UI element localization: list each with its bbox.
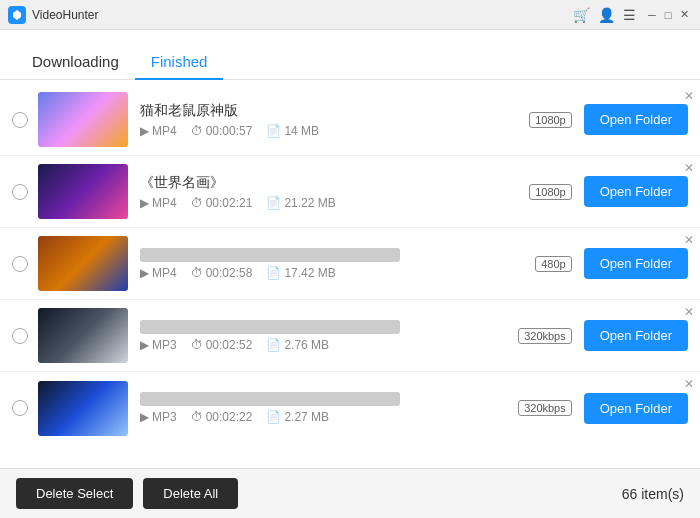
quality-badge: 320kbps <box>518 400 572 416</box>
tab-bar: Downloading Finished <box>0 30 700 80</box>
item-format: ▶ MP4 <box>140 124 177 138</box>
item-info: ▶ MP3⏱ 00:02:22📄 2.27 MB <box>140 392 518 424</box>
tab-finished[interactable]: Finished <box>135 45 224 80</box>
open-folder-button[interactable]: Open Folder <box>584 393 688 424</box>
item-radio[interactable] <box>12 400 28 416</box>
item-radio[interactable] <box>12 184 28 200</box>
item-thumbnail <box>38 92 128 147</box>
clock-icon: ⏱ <box>191 410 203 424</box>
delete-all-button[interactable]: Delete All <box>143 478 238 509</box>
item-size: 📄 2.76 MB <box>266 338 329 352</box>
item-close-icon[interactable]: ✕ <box>684 162 694 174</box>
item-size: 📄 21.22 MB <box>266 196 335 210</box>
open-folder-button[interactable]: Open Folder <box>584 320 688 351</box>
list-item: ▶ MP3⏱ 00:02:52📄 2.76 MB320kbpsOpen Fold… <box>0 300 700 372</box>
item-thumbnail <box>38 381 128 436</box>
item-size: 📄 2.27 MB <box>266 410 329 424</box>
content-area: 猫和老鼠原神版▶ MP4⏱ 00:00:57📄 14 MB1080pOpen F… <box>0 80 700 468</box>
item-info: 《世界名画》▶ MP4⏱ 00:02:21📄 21.22 MB <box>140 174 529 210</box>
format-icon: ▶ <box>140 266 149 280</box>
open-folder-button[interactable]: Open Folder <box>584 176 688 207</box>
minimize-button[interactable]: ─ <box>644 7 660 23</box>
footer: Delete Select Delete All 66 item(s) <box>0 468 700 518</box>
item-actions: 1080pOpen Folder <box>529 104 688 135</box>
item-actions: 480pOpen Folder <box>535 248 688 279</box>
item-duration: ⏱ 00:00:57 <box>191 124 253 138</box>
item-thumbnail <box>38 164 128 219</box>
item-actions: 1080pOpen Folder <box>529 176 688 207</box>
menu-icon[interactable]: ☰ <box>623 7 636 23</box>
title-bar: VideoHunter 🛒 👤 ☰ ─ □ ✕ <box>0 0 700 30</box>
item-count: 66 item(s) <box>622 486 684 502</box>
item-duration: ⏱ 00:02:58 <box>191 266 253 280</box>
quality-badge: 1080p <box>529 184 572 200</box>
item-meta: ▶ MP4⏱ 00:00:57📄 14 MB <box>140 124 529 138</box>
item-title-blurred <box>140 248 400 262</box>
item-actions: 320kbpsOpen Folder <box>518 320 688 351</box>
item-title: 《世界名画》 <box>140 174 480 192</box>
clock-icon: ⏱ <box>191 196 203 210</box>
maximize-button[interactable]: □ <box>660 7 676 23</box>
item-title: 猫和老鼠原神版 <box>140 102 480 120</box>
file-icon: 📄 <box>266 266 281 280</box>
clock-icon: ⏱ <box>191 266 203 280</box>
item-format: ▶ MP4 <box>140 196 177 210</box>
item-format: ▶ MP3 <box>140 410 177 424</box>
app-logo <box>8 6 26 24</box>
item-info: ▶ MP4⏱ 00:02:58📄 17.42 MB <box>140 248 535 280</box>
list-item: 猫和老鼠原神版▶ MP4⏱ 00:00:57📄 14 MB1080pOpen F… <box>0 84 700 156</box>
item-info: ▶ MP3⏱ 00:02:52📄 2.76 MB <box>140 320 518 352</box>
item-close-icon[interactable]: ✕ <box>684 90 694 102</box>
clock-icon: ⏱ <box>191 338 203 352</box>
item-format: ▶ MP3 <box>140 338 177 352</box>
item-close-icon[interactable]: ✕ <box>684 378 694 390</box>
item-radio[interactable] <box>12 328 28 344</box>
quality-badge: 1080p <box>529 112 572 128</box>
item-meta: ▶ MP4⏱ 00:02:58📄 17.42 MB <box>140 266 535 280</box>
item-thumbnail <box>38 308 128 363</box>
file-icon: 📄 <box>266 124 281 138</box>
item-duration: ⏱ 00:02:52 <box>191 338 253 352</box>
open-folder-button[interactable]: Open Folder <box>584 104 688 135</box>
format-icon: ▶ <box>140 338 149 352</box>
item-title-blurred <box>140 392 400 406</box>
item-meta: ▶ MP4⏱ 00:02:21📄 21.22 MB <box>140 196 529 210</box>
quality-badge: 320kbps <box>518 328 572 344</box>
file-icon: 📄 <box>266 410 281 424</box>
list-item: ▶ MP4⏱ 00:02:58📄 17.42 MB480pOpen Folder… <box>0 228 700 300</box>
item-actions: 320kbpsOpen Folder <box>518 393 688 424</box>
user-icon[interactable]: 👤 <box>598 7 615 23</box>
item-meta: ▶ MP3⏱ 00:02:52📄 2.76 MB <box>140 338 518 352</box>
item-radio[interactable] <box>12 112 28 128</box>
quality-badge: 480p <box>535 256 571 272</box>
clock-icon: ⏱ <box>191 124 203 138</box>
item-size: 📄 17.42 MB <box>266 266 335 280</box>
item-radio[interactable] <box>12 256 28 272</box>
open-folder-button[interactable]: Open Folder <box>584 248 688 279</box>
item-thumbnail <box>38 236 128 291</box>
item-meta: ▶ MP3⏱ 00:02:22📄 2.27 MB <box>140 410 518 424</box>
app-name: VideoHunter <box>32 8 573 22</box>
list-item: 《世界名画》▶ MP4⏱ 00:02:21📄 21.22 MB1080pOpen… <box>0 156 700 228</box>
item-duration: ⏱ 00:02:22 <box>191 410 253 424</box>
file-icon: 📄 <box>266 338 281 352</box>
file-icon: 📄 <box>266 196 281 210</box>
close-button[interactable]: ✕ <box>676 7 692 23</box>
delete-select-button[interactable]: Delete Select <box>16 478 133 509</box>
item-duration: ⏱ 00:02:21 <box>191 196 253 210</box>
format-icon: ▶ <box>140 124 149 138</box>
format-icon: ▶ <box>140 410 149 424</box>
item-info: 猫和老鼠原神版▶ MP4⏱ 00:00:57📄 14 MB <box>140 102 529 138</box>
item-close-icon[interactable]: ✕ <box>684 234 694 246</box>
item-title-blurred <box>140 320 400 334</box>
list-item: ▶ MP3⏱ 00:02:22📄 2.27 MB320kbpsOpen Fold… <box>0 372 700 444</box>
format-icon: ▶ <box>140 196 149 210</box>
item-size: 📄 14 MB <box>266 124 319 138</box>
cart-icon[interactable]: 🛒 <box>573 7 590 23</box>
tab-downloading[interactable]: Downloading <box>16 45 135 80</box>
item-close-icon[interactable]: ✕ <box>684 306 694 318</box>
item-format: ▶ MP4 <box>140 266 177 280</box>
